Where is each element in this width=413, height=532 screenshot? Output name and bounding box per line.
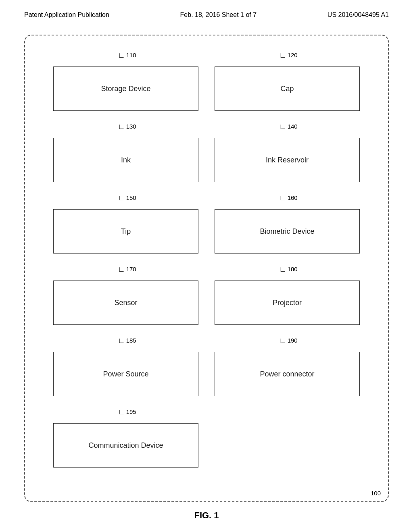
cell-cap: ∟120 Cap [206,52,368,123]
diagram-container: ∟110 Storage Device ∟120 Cap ∟130 Ink [24,35,389,502]
cell-sensor: ∟170 Sensor [45,266,206,337]
ref-190: ∟190 [279,337,298,344]
header-left: Patent Application Publication [24,11,109,19]
box-ink: Ink [53,138,198,182]
ref-150: ∟150 [118,194,136,202]
cell-power-source: ∟185 Power Source [45,337,206,408]
ref-170: ∟170 [118,266,136,273]
box-power-connector: Power connector [215,352,360,396]
ref-180: ∟180 [279,266,298,273]
box-tip: Tip [53,209,198,254]
cell-biometric-device: ∟160 Biometric Device [206,194,368,266]
box-sensor: Sensor [53,281,198,325]
ref-140: ∟140 [279,123,298,130]
header-right: US 2016/0048495 A1 [327,11,389,19]
cell-ink-reservoir: ∟140 Ink Reservoir [206,123,368,194]
cell-projector: ∟180 Projector [206,266,368,337]
component-grid: ∟110 Storage Device ∟120 Cap ∟130 Ink [45,52,368,480]
cell-tip: ∟150 Tip [45,194,206,266]
box-power-source: Power Source [53,352,198,396]
header-center: Feb. 18, 2016 Sheet 1 of 7 [180,11,257,19]
box-communication-device: Communication Device [53,423,198,468]
cell-power-connector: ∟190 Power connector [206,337,368,408]
figure-label: FIG. 1 [0,510,413,521]
box-cap: Cap [215,66,360,111]
cell-ink: ∟130 Ink [45,123,206,194]
ref-110: ∟110 [118,52,136,59]
ref-120: ∟120 [279,52,298,59]
box-storage-device: Storage Device [53,66,198,111]
cell-storage-device: ∟110 Storage Device [45,52,206,123]
ref-160: ∟160 [279,194,298,202]
ref-100: 100 [371,490,381,497]
ref-195: ∟195 [118,408,136,416]
ref-130: ∟130 [118,123,136,130]
box-projector: Projector [215,281,360,325]
box-ink-reservoir: Ink Reservoir [215,138,360,182]
cell-communication-device: ∟195 Communication Device [45,408,206,480]
box-biometric-device: Biometric Device [215,209,360,254]
page-header: Patent Application Publication Feb. 18, … [0,0,413,27]
ref-185: ∟185 [118,337,136,344]
